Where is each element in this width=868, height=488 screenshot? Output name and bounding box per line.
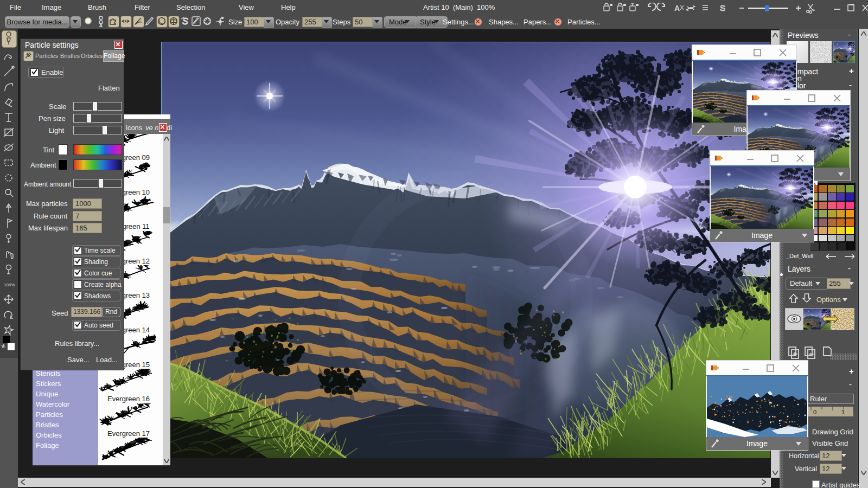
svg-text:0: 0 — [813, 409, 816, 415]
svg-text:A: A — [674, 4, 680, 12]
svg-text:1: 1 — [841, 409, 845, 415]
svg-text:S: S — [720, 3, 725, 12]
svg-text:100%: 100% — [4, 282, 15, 287]
svg-text:S: S — [182, 17, 188, 26]
